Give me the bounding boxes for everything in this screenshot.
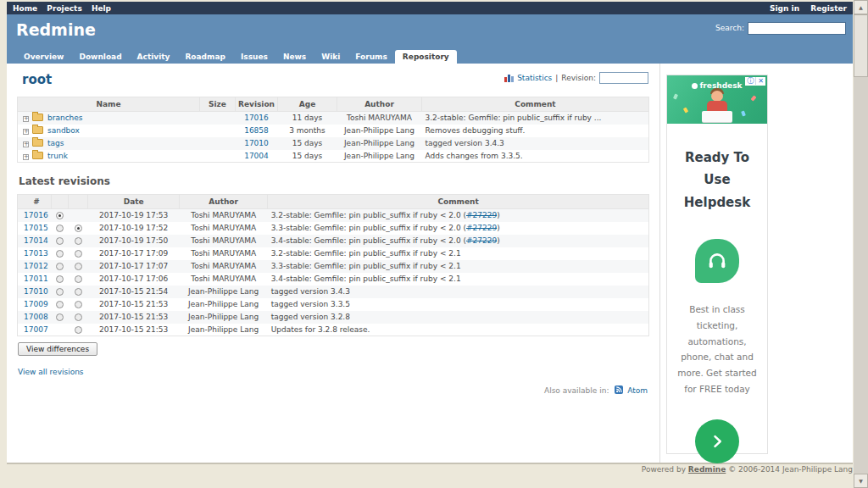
dir-size — [200, 150, 236, 163]
register-link[interactable]: Register — [810, 4, 847, 13]
dir-age: 11 days — [278, 112, 337, 125]
tab-news[interactable]: News — [275, 50, 314, 64]
revision-date: 2017-10-19 17:52 — [88, 222, 180, 235]
vertical-scrollbar[interactable]: ▲ ▼ — [854, 0, 868, 488]
view-differences-button[interactable]: View differences — [18, 342, 97, 356]
expander-icon[interactable]: + — [23, 116, 29, 122]
ad-headline: Ready To Use Helpdesk — [674, 147, 760, 214]
revision-label: Revision: — [561, 74, 596, 82]
advertisement[interactable]: freshdesk ⓘ✕ Ready To Use Helpdesk Best … — [666, 75, 768, 454]
diff-from-radio[interactable] — [56, 263, 64, 270]
revision-link[interactable]: 17007 — [24, 325, 48, 334]
ad-close-icon[interactable]: ✕ — [755, 77, 764, 85]
tab-repository[interactable]: Repository — [395, 50, 457, 64]
expander-icon[interactable]: + — [23, 129, 29, 135]
comment-text: 3.4-stable: Gemfile: pin public_suffix i… — [271, 236, 466, 245]
tab-activity[interactable]: Activity — [130, 50, 178, 64]
diff-to-radio[interactable] — [75, 263, 82, 270]
dir-revision-link[interactable]: 17010 — [244, 139, 269, 147]
revision-link[interactable]: 17009 — [24, 300, 48, 308]
diff-from-radio[interactable] — [56, 237, 64, 245]
revision-date: 2017-10-17 17:09 — [88, 247, 180, 260]
comment-text: 3.3-stable: Gemfile: pin public_suffix i… — [271, 224, 466, 232]
issue-link[interactable]: #27229 — [466, 236, 497, 245]
revision-author: Toshi MARUYAMA — [180, 273, 268, 286]
dir-revision-link[interactable]: 17016 — [244, 114, 269, 122]
revision-date: 2017-10-15 21:53 — [88, 324, 180, 336]
revision-link[interactable]: 17008 — [24, 313, 48, 321]
col-header-number: # — [18, 195, 52, 209]
view-all-revisions-link[interactable]: View all revisions — [18, 368, 84, 376]
issue-link[interactable]: #27229 — [466, 224, 497, 232]
diff-to-radio[interactable] — [75, 275, 82, 283]
revision-row: 17008 2017-10-15 21:53 Jean-Philippe Lan… — [18, 311, 649, 324]
diff-from-radio[interactable] — [56, 275, 64, 283]
tab-download[interactable]: Download — [71, 50, 129, 64]
redmine-footer-link[interactable]: Redmine — [688, 465, 726, 474]
sign-in-link[interactable]: Sign in — [770, 4, 799, 13]
diff-from-radio[interactable] — [56, 250, 64, 258]
copyright-text: © 2006-2014 Jean-Philippe Lang — [726, 465, 853, 474]
diff-to-radio[interactable] — [75, 313, 82, 321]
revision-date: 2017-10-17 17:07 — [88, 260, 180, 273]
search-input[interactable] — [748, 22, 846, 35]
dir-revision-link[interactable]: 16858 — [244, 126, 269, 135]
confetti-decor — [741, 110, 746, 116]
revision-link[interactable]: 17012 — [24, 262, 48, 270]
tab-overview[interactable]: Overview — [16, 50, 71, 64]
diff-from-radio[interactable] — [56, 288, 64, 296]
expander-icon[interactable]: + — [23, 141, 29, 147]
revision-row: 17007 2017-10-15 21:53 Jean-Philippe Lan… — [18, 324, 649, 336]
statistics-link[interactable]: Statistics — [517, 74, 552, 82]
diff-to-radio[interactable] — [75, 225, 82, 232]
scroll-up-arrow-icon[interactable]: ▲ — [854, 0, 868, 14]
diff-to-radio[interactable] — [75, 301, 82, 308]
tab-roadmap[interactable]: Roadmap — [177, 50, 233, 64]
latest-revisions-heading: Latest revisions — [19, 175, 649, 187]
tab-forums[interactable]: Forums — [348, 50, 395, 64]
diff-from-radio[interactable] — [56, 225, 64, 232]
dir-name-link[interactable]: trunk — [47, 152, 68, 160]
diff-from-radio[interactable] — [56, 212, 64, 219]
scrollbar-thumb[interactable] — [854, 14, 868, 77]
sidebar: freshdesk ⓘ✕ Ready To Use Helpdesk Best … — [659, 64, 853, 463]
dir-comment: 3.2-stable: Gemfile: pin public_suffix i… — [422, 112, 649, 125]
revision-link[interactable]: 17014 — [24, 236, 48, 245]
top-menu-projects[interactable]: Projects — [47, 4, 81, 13]
scroll-down-arrow-icon[interactable]: ▼ — [854, 474, 868, 488]
diff-to-radio[interactable] — [75, 250, 82, 258]
revision-link[interactable]: 17016 — [24, 211, 48, 219]
tab-wiki[interactable]: Wiki — [314, 50, 348, 64]
revision-comment: 3.2-stable: Gemfile: pin public_suffix i… — [268, 209, 649, 222]
revision-link[interactable]: 17010 — [24, 287, 48, 296]
expander-icon[interactable]: + — [23, 154, 29, 160]
dir-name-link[interactable]: tags — [47, 139, 64, 147]
top-menu-help[interactable]: Help — [92, 4, 111, 13]
diff-from-radio[interactable] — [56, 313, 64, 321]
adchoices-controls[interactable]: ⓘ✕ — [745, 77, 765, 86]
dir-name-link[interactable]: sandbox — [47, 126, 80, 135]
dir-name-link[interactable]: branches — [47, 114, 83, 122]
revision-link[interactable]: 17011 — [24, 274, 48, 283]
revision-input[interactable] — [599, 72, 648, 84]
issue-link[interactable]: #27229 — [466, 211, 497, 219]
revision-link[interactable]: 17013 — [24, 249, 48, 258]
top-menu-home[interactable]: Home — [13, 4, 37, 13]
revision-link[interactable]: 17015 — [24, 224, 48, 232]
ad-banner-image[interactable]: freshdesk ⓘ✕ — [667, 75, 767, 124]
diff-to-radio[interactable] — [75, 326, 82, 334]
dir-revision-link[interactable]: 17004 — [244, 152, 269, 160]
comment-text: tagged version 3.4.3 — [271, 287, 350, 296]
tab-issues[interactable]: Issues — [233, 50, 275, 64]
diff-to-radio[interactable] — [75, 288, 82, 296]
diff-to-radio[interactable] — [75, 237, 82, 245]
comment-text: 3.4-stable: Gemfile: pin public_suffix i… — [271, 274, 461, 283]
atom-link[interactable]: Atom — [627, 386, 648, 395]
col-header-name: Name — [18, 97, 200, 112]
adchoices-info-icon[interactable]: ⓘ — [747, 77, 754, 85]
diff-from-radio[interactable] — [56, 301, 64, 308]
dir-author: Toshi MARUYAMA — [337, 112, 422, 125]
revision-row: 17010 2017-10-15 21:54 Jean-Philippe Lan… — [18, 286, 649, 298]
ad-cta-arrow-button[interactable] — [695, 419, 739, 463]
project-tabs: Overview Download Activity Roadmap Issue… — [7, 50, 853, 64]
